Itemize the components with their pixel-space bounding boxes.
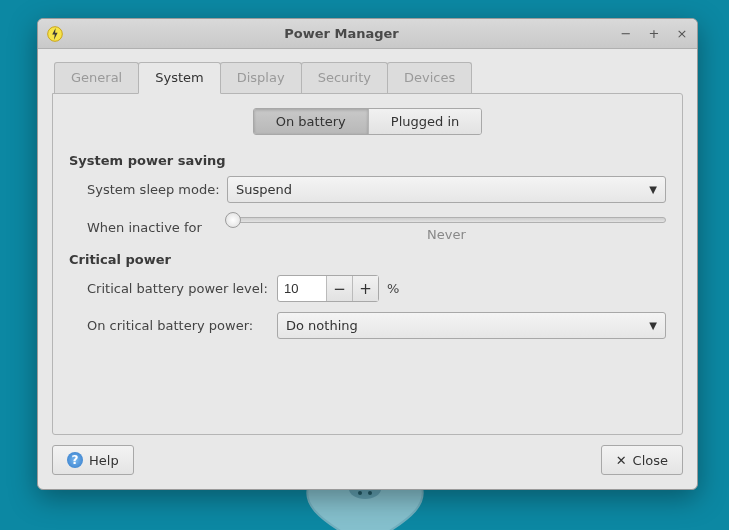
tabstrip: General System Display Security Devices xyxy=(54,61,683,93)
svg-point-4 xyxy=(368,491,372,495)
window-controls: − + × xyxy=(619,26,689,41)
spin-increment-button[interactable]: + xyxy=(352,276,378,301)
critical-action-dropdown[interactable]: Do nothing ▼ xyxy=(277,312,666,339)
svg-point-3 xyxy=(358,491,362,495)
toggle-on-battery[interactable]: On battery xyxy=(254,109,368,134)
titlebar: Power Manager − + × xyxy=(38,19,697,49)
close-icon: ✕ xyxy=(616,453,627,468)
close-label: Close xyxy=(633,453,668,468)
critical-level-spinbox[interactable]: − + xyxy=(277,275,379,302)
power-manager-window: Power Manager − + × General System Displ… xyxy=(37,18,698,490)
window-title: Power Manager xyxy=(64,26,619,41)
tab-general[interactable]: General xyxy=(54,62,139,94)
help-button[interactable]: ? Help xyxy=(52,445,134,475)
critical-action-label: On critical battery power: xyxy=(87,318,277,333)
close-window-icon[interactable]: × xyxy=(675,26,689,41)
percent-unit: % xyxy=(387,281,399,296)
chevron-down-icon: ▼ xyxy=(649,184,657,195)
spin-decrement-button[interactable]: − xyxy=(326,276,352,301)
help-label: Help xyxy=(89,453,119,468)
maximize-icon[interactable]: + xyxy=(647,26,661,41)
sleep-mode-value: Suspend xyxy=(236,182,649,197)
tab-system[interactable]: System xyxy=(138,62,220,94)
inactive-value: Never xyxy=(227,227,666,242)
critical-level-label: Critical battery power level: xyxy=(87,281,277,296)
minimize-icon[interactable]: − xyxy=(619,26,633,41)
tab-display[interactable]: Display xyxy=(220,62,302,94)
tab-devices[interactable]: Devices xyxy=(387,62,472,94)
inactive-slider[interactable] xyxy=(227,217,666,223)
help-icon: ? xyxy=(67,452,83,468)
toggle-plugged-in[interactable]: Plugged in xyxy=(368,109,481,134)
slider-thumb[interactable] xyxy=(225,212,241,228)
power-source-toggle: On battery Plugged in xyxy=(253,108,483,135)
system-panel: On battery Plugged in System power savin… xyxy=(52,93,683,435)
close-button[interactable]: ✕ Close xyxy=(601,445,683,475)
sleep-mode-dropdown[interactable]: Suspend ▼ xyxy=(227,176,666,203)
section-system-power-saving: System power saving xyxy=(69,153,666,168)
section-critical-power: Critical power xyxy=(69,252,666,267)
critical-action-value: Do nothing xyxy=(286,318,649,333)
sleep-mode-label: System sleep mode: xyxy=(87,182,227,197)
footer: ? Help ✕ Close xyxy=(38,435,697,489)
tab-security[interactable]: Security xyxy=(301,62,388,94)
power-icon xyxy=(46,25,64,43)
critical-level-input[interactable] xyxy=(278,276,326,301)
chevron-down-icon: ▼ xyxy=(649,320,657,331)
inactive-label: When inactive for xyxy=(87,220,227,235)
